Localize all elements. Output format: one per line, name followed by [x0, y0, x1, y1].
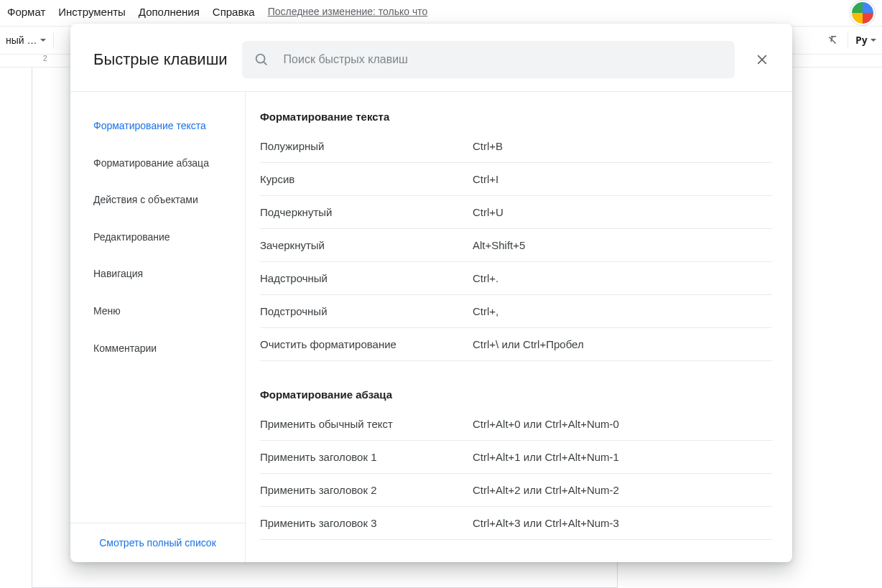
- shortcut-name: Курсив: [260, 173, 473, 185]
- shortcut-row: Очистить форматированиеCtrl+\ или Ctrl+П…: [260, 328, 772, 361]
- shortcut-keys: Ctrl+U: [473, 206, 772, 218]
- shortcut-name: Применить заголовок 2: [260, 484, 473, 496]
- sidebar-item[interactable]: Форматирование абзаца: [70, 145, 245, 182]
- category-list: Форматирование текстаФорматирование абза…: [70, 92, 245, 523]
- toolbar-separator: [848, 32, 848, 48]
- sidebar-item[interactable]: Комментарии: [70, 330, 245, 368]
- sidebar-footer: Смотреть полный список: [70, 523, 245, 562]
- shortcut-keys: Ctrl+Alt+3 или Ctrl+Alt+Num-3: [473, 517, 772, 529]
- shortcut-keys: Ctrl+,: [473, 305, 772, 317]
- shortcut-name: Подчеркнутый: [260, 206, 473, 218]
- chevron-down-icon: [40, 39, 46, 42]
- sidebar-item[interactable]: Навигация: [70, 256, 245, 293]
- avatar[interactable]: [850, 1, 875, 25]
- menubar-item[interactable]: Дополнения: [139, 6, 200, 18]
- shortcut-name: Применить заголовок 3: [260, 517, 473, 529]
- search-icon: [254, 52, 269, 67]
- sidebar-item[interactable]: Форматирование текста: [70, 108, 245, 145]
- keyboard-shortcuts-dialog: Быстрые клавиши Форматирование текстаФор…: [70, 24, 792, 562]
- shortcut-row: Применить заголовок 1Ctrl+Alt+1 или Ctrl…: [260, 441, 772, 474]
- shortcut-keys: Ctrl+.: [473, 272, 772, 284]
- shortcut-name: Зачеркнутый: [260, 239, 473, 251]
- shortcut-name: Полужирный: [260, 140, 473, 152]
- shortcut-keys: Ctrl+Alt+2 или Ctrl+Alt+Num-2: [473, 484, 772, 496]
- shortcut-name: Очистить форматирование: [260, 338, 473, 350]
- paragraph-style-dropdown[interactable]: ный …: [6, 34, 46, 46]
- category-sidebar: Форматирование текстаФорматирование абза…: [70, 92, 246, 562]
- shortcut-keys: Ctrl+B: [473, 140, 772, 152]
- shortcut-name: Применить заголовок 1: [260, 451, 473, 463]
- menubar-item[interactable]: Справка: [213, 6, 255, 18]
- shortcut-row: Применить обычный текстCtrl+Alt+0 или Ct…: [260, 408, 772, 441]
- dialog-title: Быстрые клавиши: [93, 50, 228, 69]
- shortcut-keys: Ctrl+Alt+1 или Ctrl+Alt+Num-1: [473, 451, 772, 463]
- section-title: Форматирование абзаца: [260, 388, 772, 401]
- dialog-body: Форматирование текстаФорматирование абза…: [70, 91, 792, 562]
- section-title: Форматирование текста: [260, 111, 772, 123]
- shortcut-row: НадстрочныйCtrl+.: [260, 262, 772, 295]
- shortcut-row: Применить заголовок 3Ctrl+Alt+3 или Ctrl…: [260, 507, 772, 540]
- chevron-down-icon: [871, 39, 876, 42]
- shortcut-keys: Ctrl+I: [473, 173, 772, 185]
- mode-dropdown[interactable]: Py: [855, 34, 876, 46]
- menubar-item[interactable]: Формат: [7, 6, 45, 18]
- menubar: Формат Инструменты Дополнения Справка По…: [0, 2, 882, 21]
- full-list-link[interactable]: Смотреть полный список: [99, 537, 216, 549]
- ruler-mark: 2: [43, 55, 47, 62]
- sidebar-item[interactable]: Действия с объектами: [70, 182, 245, 219]
- mode-label: Py: [855, 34, 868, 46]
- shortcut-row: ПолужирныйCtrl+B: [260, 130, 772, 163]
- shortcut-name: Применить обычный текст: [260, 418, 473, 430]
- search-input[interactable]: [282, 52, 723, 67]
- sidebar-item[interactable]: Меню: [70, 293, 245, 330]
- shortcut-row: КурсивCtrl+I: [260, 163, 772, 196]
- toolbar-separator: [53, 32, 54, 48]
- remove-format-icon[interactable]: [825, 32, 840, 48]
- svg-line-1: [264, 62, 266, 65]
- close-button[interactable]: [749, 47, 775, 73]
- search-box[interactable]: [242, 41, 735, 78]
- shortcut-row: Применить заголовок 2Ctrl+Alt+2 или Ctrl…: [260, 474, 772, 507]
- shortcut-keys: Ctrl+Alt+0 или Ctrl+Alt+Num-0: [473, 418, 772, 430]
- paragraph-style-label: ный …: [6, 34, 37, 46]
- shortcut-keys: Ctrl+\ или Ctrl+Пробел: [473, 338, 772, 350]
- shortcut-row: ПодстрочныйCtrl+,: [260, 295, 772, 328]
- svg-point-0: [256, 55, 264, 63]
- shortcuts-content[interactable]: Форматирование текстаПолужирныйCtrl+BКур…: [246, 92, 792, 562]
- header-actions: [850, 0, 875, 26]
- menubar-item[interactable]: Инструменты: [58, 6, 126, 18]
- shortcut-name: Подстрочный: [260, 305, 473, 317]
- last-edit-link[interactable]: Последнее изменение: только что: [268, 6, 428, 17]
- sidebar-item[interactable]: Редактирование: [70, 219, 245, 256]
- shortcut-section: Форматирование абзацаПрименить обычный т…: [260, 388, 772, 540]
- dialog-header: Быстрые клавиши: [70, 24, 792, 91]
- shortcut-keys: Alt+Shift+5: [473, 239, 772, 251]
- shortcut-name: Надстрочный: [260, 272, 473, 284]
- shortcut-section: Форматирование текстаПолужирныйCtrl+BКур…: [260, 111, 772, 361]
- shortcut-row: ПодчеркнутыйCtrl+U: [260, 196, 772, 229]
- shortcut-row: ЗачеркнутыйAlt+Shift+5: [260, 229, 772, 262]
